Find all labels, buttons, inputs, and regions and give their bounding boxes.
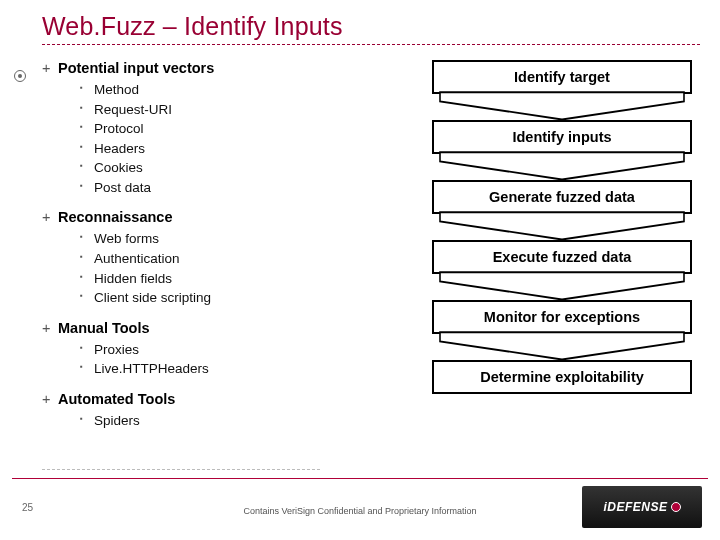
svg-marker-1 [440,152,684,179]
flow-column: Identify targetIdentify inputsGenerate f… [402,58,692,470]
plus-icon: + [42,60,50,76]
list-item: Client side scripting [80,288,402,308]
list-item: Request-URI [80,100,402,120]
group-items: Web formsAuthenticationHidden fieldsClie… [42,229,402,307]
group-heading: +Reconnaissance [42,209,402,225]
group-items: MethodRequest-URIProtocolHeadersCookiesP… [42,80,402,197]
group-heading: +Potential input vectors [42,60,402,76]
flow-arrow-icon [432,154,692,180]
list-item: Post data [80,178,402,198]
plus-icon: + [42,209,50,225]
list-item: Web forms [80,229,402,249]
group-items: ProxiesLive.HTTPHeaders [42,340,402,379]
flow-step: Identify inputs [432,120,692,154]
slide-title: Web.Fuzz – Identify Inputs [42,12,700,41]
brand-logo-text: iDEFENSE [603,500,667,514]
list-item: Method [80,80,402,100]
list-item: Spiders [80,411,402,431]
flow-step: Execute fuzzed data [432,240,692,274]
group-heading-label: Automated Tools [58,391,175,407]
flow-step: Generate fuzzed data [432,180,692,214]
group-heading-label: Manual Tools [58,320,150,336]
group-heading-label: Potential input vectors [58,60,214,76]
brand-logo: iDEFENSE [582,486,702,528]
svg-marker-3 [440,272,684,299]
group-heading-label: Reconnaissance [58,209,172,225]
list-item: Cookies [80,158,402,178]
footer-divider [12,478,708,479]
flow-arrow-icon [432,274,692,300]
decorative-bullet-icon [14,70,26,82]
group-items: Spiders [42,411,402,431]
plus-icon: + [42,391,50,407]
list-item: Proxies [80,340,402,360]
flow-arrow-icon [432,334,692,360]
flow-step: Determine exploitability [432,360,692,394]
flow-arrow-icon [432,214,692,240]
group-heading: +Automated Tools [42,391,402,407]
list-item: Authentication [80,249,402,269]
logo-dot-icon [671,502,681,512]
group-heading: +Manual Tools [42,320,402,336]
svg-marker-0 [440,92,684,119]
title-divider [42,44,700,45]
flow-step: Monitor for exceptions [432,300,692,334]
list-item: Protocol [80,119,402,139]
flow-arrow-icon [432,94,692,120]
list-item: Live.HTTPHeaders [80,359,402,379]
plus-icon: + [42,320,50,336]
list-item: Hidden fields [80,269,402,289]
flow-step: Identify target [432,60,692,94]
svg-marker-4 [440,332,684,359]
footer-dash [42,469,320,470]
list-item: Headers [80,139,402,159]
slide-footer: 25 Contains VeriSign Confidential and Pr… [0,478,720,540]
outline-column: +Potential input vectorsMethodRequest-UR… [42,58,402,470]
svg-marker-2 [440,212,684,239]
